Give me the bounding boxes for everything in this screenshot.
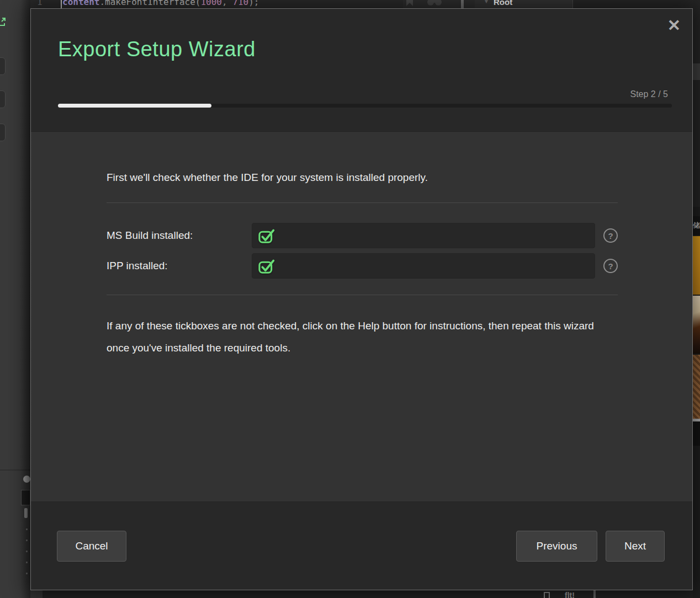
- line-number: 1: [37, 0, 43, 7]
- divider: [107, 295, 618, 295]
- help-icon[interactable]: ?: [603, 228, 618, 243]
- check-rows: MS Build installed: ? IPP installed:: [107, 223, 618, 279]
- bookmark-icon[interactable]: [406, 0, 413, 7]
- dropdown-caret-icon: ▼: [484, 0, 489, 4]
- scrollbar-thumb[interactable]: [461, 0, 464, 8]
- cancel-button[interactable]: Cancel: [57, 531, 126, 562]
- close-icon[interactable]: ✕: [663, 14, 685, 36]
- binoculars-icon[interactable]: [427, 0, 442, 7]
- thumbnail-orange[interactable]: [693, 236, 700, 295]
- code-text: content.makeFontInterface(1000, 710);: [62, 0, 259, 7]
- check-label: MS Build installed:: [107, 229, 252, 242]
- root-dropdown[interactable]: ▼ Root: [475, 0, 572, 8]
- thumbnail-dark: [693, 421, 700, 446]
- right-panel-highlight: [693, 63, 700, 80]
- code-token-close: );: [248, 0, 259, 7]
- text-caret: [61, 0, 62, 8]
- export-setup-wizard-dialog: Export Setup Wizard ✕ Step 2 / 5 First w…: [30, 8, 693, 590]
- thumbnail-wicker[interactable]: [693, 355, 700, 419]
- dialog-shadow: [20, 0, 30, 598]
- rail-button[interactable]: [0, 124, 6, 141]
- dialog-body: First we'll check whether the IDE for yo…: [31, 132, 692, 501]
- intro-text: First we'll check whether the IDE for yo…: [107, 170, 618, 185]
- check-row-ipp: IPP installed: ?: [107, 253, 618, 279]
- bottom-divider-bar: [593, 590, 596, 598]
- code-token-arg1: 1000: [200, 0, 222, 7]
- left-toolbar-rail: [0, 0, 30, 598]
- code-token-method: .makeFontInterface(: [99, 0, 200, 7]
- external-link-icon[interactable]: [0, 17, 6, 27]
- progress-bar-fill: [58, 104, 211, 108]
- rail-button[interactable]: [0, 90, 6, 108]
- right-panel-top: [693, 0, 700, 207]
- root-dropdown-label: Root: [494, 0, 512, 7]
- bottom-square-outline: [544, 592, 550, 598]
- thumbnail-guitar[interactable]: [693, 296, 700, 354]
- bottom-clipped-label: flt!: [565, 591, 575, 598]
- check-label: IPP installed:: [107, 260, 252, 272]
- right-panel-label: 储: [693, 216, 700, 235]
- bottom-panel-strip: flt!: [30, 590, 693, 598]
- dialog-title: Export Setup Wizard: [58, 38, 256, 61]
- progress-bar-track: [58, 104, 672, 108]
- side-panel-edge: [572, 0, 693, 8]
- code-token-separator: ,: [222, 0, 232, 7]
- step-indicator: Step 2 / 5: [630, 89, 669, 99]
- note-text: If any of these tickboxes are not checke…: [107, 315, 603, 359]
- help-icon[interactable]: ?: [603, 259, 618, 273]
- dialog-footer: Cancel Previous Next: [31, 501, 692, 590]
- ipp-status-field: [252, 253, 595, 279]
- msbuild-status-field: [252, 223, 595, 248]
- check-row-msbuild: MS Build installed: ?: [107, 223, 618, 248]
- divider: [107, 202, 618, 203]
- checkbox-checked-icon[interactable]: [258, 228, 276, 244]
- code-token-object: content: [62, 0, 99, 7]
- editor-top-strip: 1 content.makeFontInterface(1000, 710); …: [30, 0, 693, 8]
- bottom-left-fragment: [30, 590, 43, 598]
- code-token-arg2: 710: [232, 0, 248, 7]
- code-editor-line[interactable]: 1 content.makeFontInterface(1000, 710);: [30, 0, 403, 8]
- next-button[interactable]: Next: [606, 531, 665, 562]
- rail-button[interactable]: [0, 57, 6, 75]
- editor-toolbar: [403, 0, 475, 8]
- right-panel-sliver: 储: [693, 0, 700, 598]
- dialog-header: Export Setup Wizard ✕ Step 2 / 5: [31, 9, 692, 132]
- previous-button[interactable]: Previous: [516, 531, 597, 562]
- checkbox-checked-icon[interactable]: [258, 258, 276, 274]
